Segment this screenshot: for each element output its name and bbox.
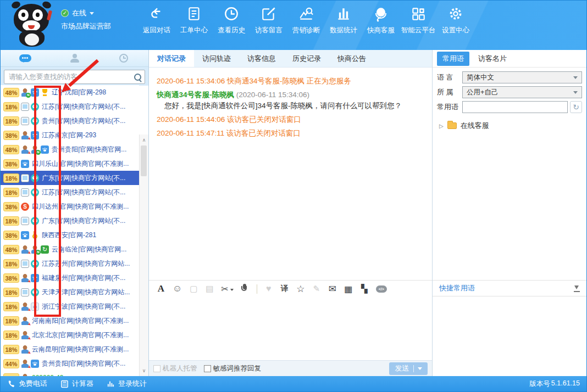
nav-stats[interactable]: 数据统计 bbox=[325, 5, 362, 35]
visitor-row[interactable]: 18%浙江宁波|官网|快商官网(不... bbox=[1, 299, 139, 313]
visitor-row[interactable]: 18%天津天津|官网|快商官方网站... bbox=[1, 285, 139, 299]
link-icon bbox=[31, 303, 39, 311]
search-icon[interactable] bbox=[134, 74, 141, 81]
person-arrow-icon bbox=[21, 331, 29, 339]
visitor-row[interactable]: 48%辽宁沈阳|官网-298 bbox=[1, 85, 139, 99]
settings-icon bbox=[447, 5, 464, 22]
scroll-down-icon[interactable] bbox=[140, 366, 148, 375]
sidebar-tabs bbox=[1, 50, 148, 67]
language-select[interactable]: 简体中文 bbox=[462, 71, 582, 83]
tab-常用语[interactable]: 常用语 bbox=[437, 52, 469, 66]
cloud-icon bbox=[410, 5, 427, 22]
visitor-row[interactable]: 18%河南南阳|官网|快商官网(不准测... bbox=[1, 313, 139, 328]
nav-diagnosis[interactable]: 营销诊断 bbox=[287, 5, 325, 35]
language-label: 语 言 bbox=[437, 72, 462, 82]
nav-history[interactable]: 查看历史 bbox=[213, 5, 250, 35]
visitor-name: 天津天津|官网|快商官方网站... bbox=[42, 288, 130, 297]
tab-快商公告[interactable]: 快商公告 bbox=[329, 50, 374, 67]
match-percent-badge: 38% bbox=[3, 159, 19, 169]
visitor-name: 陕西西安|官网-281 bbox=[42, 231, 96, 240]
sidebar-tab-recent[interactable] bbox=[99, 50, 148, 66]
nav-settings[interactable]: 设置中心 bbox=[437, 5, 474, 35]
phrase-search-input[interactable] bbox=[462, 101, 568, 113]
paw-icon bbox=[21, 160, 29, 168]
expand-arrow-icon[interactable] bbox=[439, 123, 444, 129]
favorite-icon[interactable] bbox=[264, 283, 273, 294]
match-percent-badge: 44% bbox=[3, 359, 19, 368]
nav-message[interactable]: 访客留言 bbox=[250, 5, 287, 35]
visitor-row[interactable]: 38%陕西西安|官网-281 bbox=[1, 228, 139, 242]
agent-status-dropdown[interactable]: 在线 bbox=[61, 8, 94, 18]
visitor-row[interactable]: 18%广东|官网|快商官方网站(不... bbox=[1, 171, 139, 185]
stats-icon bbox=[335, 5, 352, 22]
phrase-tree-item[interactable]: 在线客服 bbox=[433, 116, 586, 131]
bottombar-loginstats[interactable]: 登录统计 bbox=[107, 379, 147, 389]
font-icon[interactable] bbox=[157, 283, 165, 294]
visitor-row[interactable]: 48%云南临沧|官网|快商官网... bbox=[1, 242, 139, 256]
visitor-row[interactable]: 18%江苏|官网|快商官方网站(不... bbox=[1, 99, 139, 114]
tab-历史记录[interactable]: 历史记录 bbox=[284, 50, 329, 67]
emoticon-icon[interactable] bbox=[173, 283, 182, 294]
scroll-thumb[interactable] bbox=[141, 145, 147, 176]
search-input[interactable] bbox=[8, 72, 132, 81]
visitor-row[interactable]: 44%贵州贵阳|官网|快商官网(不... bbox=[1, 356, 139, 371]
visitor-name: 福建泉州|官网|快商官网(不... bbox=[42, 273, 125, 283]
visitor-row[interactable]: 18%北京北京|官网|快商官网(不准测... bbox=[1, 328, 139, 342]
match-percent-badge: 38% bbox=[3, 231, 19, 240]
belong-select[interactable]: 公用+自己 bbox=[462, 86, 582, 98]
nav-service[interactable]: 快商客服 bbox=[362, 5, 400, 35]
match-percent-badge: 48% bbox=[3, 88, 19, 97]
send-button[interactable]: 发送 bbox=[389, 362, 428, 375]
person-arrow-icon bbox=[21, 245, 29, 254]
visitor-row[interactable]: 18%江苏|官网|快商官方网站(不... bbox=[1, 185, 139, 199]
visitor-row[interactable]: 48%贵州贵阳|官网|快商官网... bbox=[1, 142, 139, 156]
visitor-name: 浙江宁波|官网|快商官网(不... bbox=[42, 302, 125, 311]
nav-cloud[interactable]: 智能云平台 bbox=[400, 5, 437, 35]
sidebar-tab-conversations[interactable] bbox=[1, 50, 50, 66]
person-arrow-icon bbox=[21, 145, 29, 154]
bottombar-phone[interactable]: 免费电话 bbox=[7, 379, 47, 389]
image-icon[interactable] bbox=[205, 283, 214, 294]
visitor-row[interactable]: 18%江苏苏州|官网|快商官方网站... bbox=[1, 256, 139, 271]
scroll-up-icon[interactable] bbox=[140, 136, 148, 144]
visitor-row[interactable]: 18%广东|官网|快商官方网站(不... bbox=[1, 214, 139, 228]
trophy-icon bbox=[41, 88, 49, 97]
translate-icon[interactable] bbox=[280, 283, 289, 294]
online-status-icon bbox=[61, 9, 69, 17]
visitor-row[interactable]: 38%四川乐山|官网|快商官网(不准测... bbox=[1, 156, 139, 171]
person-arrow-icon bbox=[21, 360, 29, 368]
download-icon[interactable] bbox=[574, 285, 580, 292]
tab-对话记录[interactable]: 对话记录 bbox=[149, 50, 194, 67]
visitor-name: 四川达州|官网|快商官网(不准测... bbox=[32, 202, 129, 211]
visitor-row[interactable]: 18%000000-49 bbox=[1, 371, 139, 376]
visitor-row[interactable]: 18%云南昆明|官网|快商官网(不准测... bbox=[1, 342, 139, 356]
conversation-tabs: 对话记录访问轨迹访客信息历史记录快商公告 bbox=[149, 50, 432, 68]
visitor-row[interactable]: 38%四川达州|官网|快商官网(不准测... bbox=[1, 199, 139, 214]
sign-icon[interactable] bbox=[312, 283, 321, 294]
tab-访问轨迹[interactable]: 访问轨迹 bbox=[194, 50, 239, 67]
send-options-icon[interactable] bbox=[418, 367, 422, 372]
nav-back[interactable]: 返回对话 bbox=[138, 5, 175, 35]
visitor-row[interactable]: 38%福建泉州|官网|快商官网(不... bbox=[1, 271, 139, 285]
refresh-icon[interactable] bbox=[570, 101, 582, 113]
visitor-row[interactable]: 18%贵州|官网|快商官方网站(不... bbox=[1, 114, 139, 128]
tab-访客名片[interactable]: 访客名片 bbox=[478, 54, 507, 64]
cut-icon[interactable] bbox=[221, 283, 233, 294]
code-icon[interactable] bbox=[376, 285, 387, 293]
system-message: 2020-06-11 15:44:06 该访客已关闭对话窗口 bbox=[157, 115, 424, 125]
sidebar-tab-contacts[interactable] bbox=[50, 50, 99, 66]
agent-message-header: 快商通34号客服-陈晓枫 (2020-06-11 15:34:06) bbox=[157, 90, 424, 100]
shake-icon[interactable] bbox=[189, 283, 198, 294]
mail-icon[interactable] bbox=[328, 283, 337, 294]
table-icon[interactable] bbox=[344, 283, 353, 294]
nav-workorder[interactable]: 工单中心 bbox=[175, 5, 213, 35]
visitor-scrollbar[interactable] bbox=[139, 135, 148, 376]
layout-icon[interactable] bbox=[360, 283, 369, 294]
sensitive-words-checkbox[interactable]: 敏感词推荐回复 bbox=[204, 364, 262, 373]
tab-访客信息[interactable]: 访客信息 bbox=[239, 50, 284, 67]
robot-hosting-checkbox[interactable]: 机器人托管 bbox=[153, 364, 197, 373]
voice-icon[interactable] bbox=[241, 284, 250, 294]
star-icon[interactable] bbox=[296, 283, 305, 294]
visitor-row[interactable]: 38%江苏南京|官网-293 bbox=[1, 128, 139, 142]
bottombar-calculator[interactable]: 计算器 bbox=[60, 379, 93, 389]
